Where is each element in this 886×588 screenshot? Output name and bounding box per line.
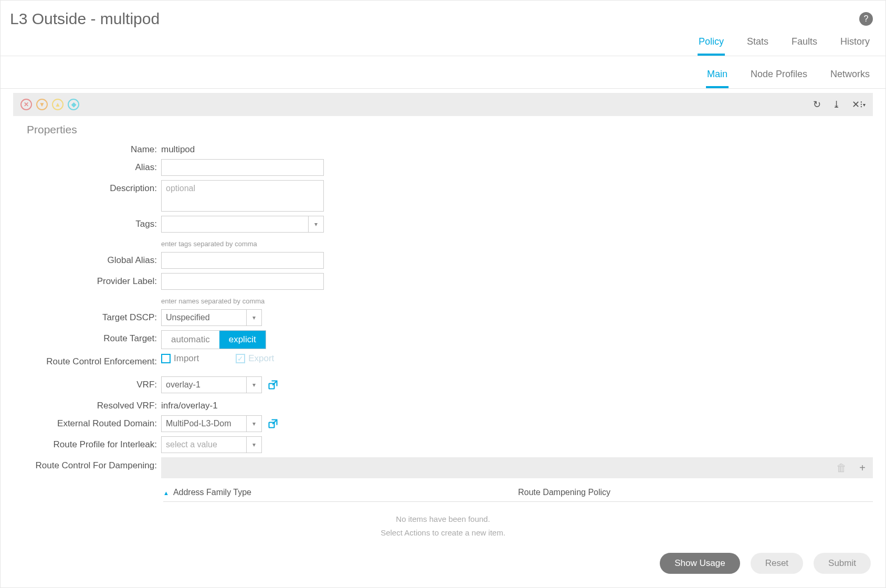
tab-main[interactable]: Main	[706, 67, 729, 88]
show-usage-button[interactable]: Show Usage	[660, 553, 740, 574]
tags-dropdown-icon[interactable]: ▾	[308, 216, 324, 233]
resolved-vrf-value: infra/overlay-1	[161, 397, 218, 411]
page-title: L3 Outside - multipod	[10, 10, 160, 28]
interleak-select[interactable]	[161, 436, 246, 453]
vrf-dropdown-icon[interactable]: ▾	[246, 376, 262, 393]
name-value: multipod	[161, 141, 195, 155]
tools-icon[interactable]: ✕⁝▾	[852, 99, 866, 110]
tab-stats[interactable]: Stats	[746, 34, 769, 56]
help-icon[interactable]: ?	[859, 12, 873, 26]
vrf-open-link-icon[interactable]	[267, 379, 279, 391]
description-textarea[interactable]	[161, 180, 324, 212]
rce-export-checkbox: Export	[236, 353, 274, 364]
tags-input[interactable]	[161, 216, 308, 233]
provider-label-input[interactable]	[161, 273, 324, 290]
ext-domain-open-link-icon[interactable]	[267, 418, 279, 429]
interleak-dropdown-icon[interactable]: ▾	[246, 436, 262, 453]
tab-history[interactable]: History	[839, 34, 871, 56]
alias-input[interactable]	[161, 159, 324, 176]
ext-domain-dropdown-icon[interactable]: ▾	[246, 415, 262, 432]
tags-label: Tags:	[1, 216, 161, 229]
rce-label: Route Control Enforcement:	[1, 353, 161, 367]
global-alias-label: Global Alias:	[1, 252, 161, 266]
col-address-family[interactable]: Address Family Type	[173, 488, 251, 497]
rce-import-checkbox[interactable]: Import	[161, 353, 199, 364]
sort-asc-icon[interactable]: ▲	[163, 490, 169, 496]
route-target-group: automatic explicit	[161, 330, 266, 349]
fault-critical-icon[interactable]: ✕	[20, 99, 32, 110]
empty-line-1: No items have been found.	[1, 512, 885, 526]
dampening-delete-icon[interactable]: 🗑	[836, 462, 847, 474]
rce-export-text: Export	[248, 353, 274, 364]
ext-domain-label: External Routed Domain:	[1, 415, 161, 429]
refresh-icon[interactable]: ↻	[813, 99, 821, 110]
toolbar: ✕ ▼ ▲ ◆ ↻ ⤓ ✕⁝▾	[13, 93, 873, 116]
col-dampening-policy[interactable]: Route Dampening Policy	[518, 488, 610, 497]
tab-networks[interactable]: Networks	[829, 67, 871, 88]
route-target-explicit[interactable]: explicit	[219, 331, 266, 349]
global-alias-input[interactable]	[161, 252, 324, 269]
resolved-vrf-label: Resolved VRF:	[1, 397, 161, 411]
section-properties: Properties	[1, 116, 885, 136]
target-dscp-dropdown-icon[interactable]: ▾	[246, 309, 262, 326]
dampening-add-icon[interactable]: +	[859, 462, 866, 474]
provider-label-label: Provider Label:	[1, 273, 161, 287]
target-dscp-label: Target DSCP:	[1, 309, 161, 323]
target-dscp-select[interactable]	[161, 309, 246, 326]
tab-policy[interactable]: Policy	[698, 34, 725, 56]
tabs-secondary: Main Node Profiles Networks	[1, 56, 885, 89]
tags-hint: enter tags separated by comma	[161, 240, 257, 248]
name-label: Name:	[1, 141, 161, 155]
dampening-label: Route Control For Dampening:	[1, 457, 161, 471]
vrf-select[interactable]	[161, 376, 246, 393]
rce-import-text: Import	[174, 353, 199, 364]
route-target-automatic[interactable]: automatic	[162, 331, 219, 349]
download-icon[interactable]: ⤓	[832, 99, 840, 110]
route-target-label: Route Target:	[1, 330, 161, 344]
alias-label: Alias:	[1, 159, 161, 173]
reset-button[interactable]: Reset	[751, 553, 803, 574]
submit-button[interactable]: Submit	[814, 553, 871, 574]
ext-domain-select[interactable]	[161, 415, 246, 432]
empty-line-2: Select Actions to create a new item.	[1, 526, 885, 540]
tabs-primary: Policy Stats Faults History	[1, 28, 885, 56]
fault-info-icon[interactable]: ◆	[68, 99, 79, 110]
interleak-label: Route Profile for Interleak:	[1, 436, 161, 450]
provider-label-hint: enter names separated by comma	[161, 297, 265, 305]
dampening-empty-message: No items have been found. Select Actions…	[1, 502, 885, 550]
fault-minor-icon[interactable]: ▲	[52, 99, 64, 110]
description-label: Description:	[1, 180, 161, 194]
dampening-table-header: ▲Address Family Type Route Dampening Pol…	[163, 482, 873, 502]
fault-major-icon[interactable]: ▼	[36, 99, 48, 110]
vrf-label: VRF:	[1, 376, 161, 390]
tab-faults[interactable]: Faults	[790, 34, 818, 56]
tab-node-profiles[interactable]: Node Profiles	[750, 67, 808, 88]
